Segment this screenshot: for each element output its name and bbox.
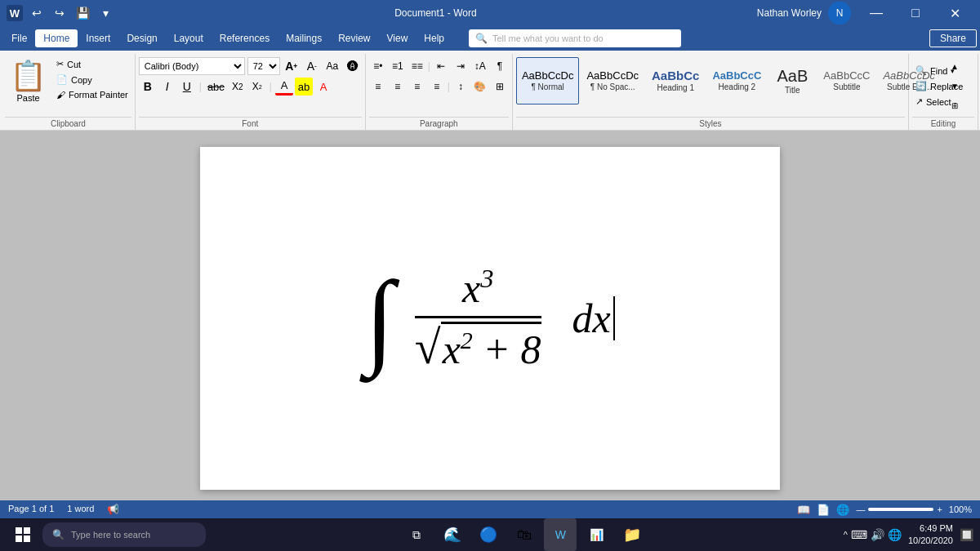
divider1: |	[199, 81, 202, 92]
editing-content: 🔍 Find ▾ 🔄 Replace ↗ Select -	[912, 57, 974, 115]
sqrt-content: x2 + 8	[441, 322, 541, 373]
style-subtitle[interactable]: AaBbCcC Subtitle	[817, 57, 875, 104]
multilevel-button[interactable]: ≡≡	[408, 57, 426, 75]
web-layout-button[interactable]: 🌐	[836, 504, 849, 516]
speaker-icon[interactable]: 🔊	[871, 528, 884, 541]
sort-button[interactable]: ↕A	[471, 57, 489, 75]
superscript-button[interactable]: X2	[248, 78, 266, 96]
cut-button[interactable]: ✂ Cut	[53, 57, 131, 71]
edge-button[interactable]: 🌊	[436, 518, 469, 551]
change-case-button[interactable]: Aa	[323, 57, 341, 75]
zoom-in-icon[interactable]: +	[937, 504, 942, 514]
keyboard-icon[interactable]: ⌨	[851, 528, 867, 541]
paste-button[interactable]: 📋 Paste	[5, 57, 51, 104]
menu-references[interactable]: References	[212, 29, 278, 47]
print-layout-button[interactable]: 📄	[817, 504, 830, 516]
clock[interactable]: 6:49 PM 10/20/2020	[908, 522, 953, 548]
zoom-slider[interactable]	[868, 508, 933, 511]
borders-button[interactable]: ⊞	[491, 78, 509, 96]
menu-home[interactable]: Home	[35, 29, 78, 47]
svg-rect-1	[24, 527, 30, 534]
subscript-button[interactable]: X2	[229, 78, 247, 96]
highlight-button[interactable]: ab	[295, 78, 313, 96]
font-row1: Calibri (Body) 72 A+ A- Aa 🅐	[139, 57, 362, 75]
divider2: |	[270, 81, 272, 92]
bold-button[interactable]: B	[139, 78, 157, 96]
menu-insert[interactable]: Insert	[78, 29, 118, 47]
replace-button[interactable]: 🔄 Replace	[912, 79, 966, 93]
style-title[interactable]: AaB Title	[768, 57, 816, 104]
align-right-button[interactable]: ≡	[408, 78, 426, 96]
line-spacing-button[interactable]: ↕	[452, 78, 470, 96]
username: Nathan Worley	[757, 7, 822, 19]
style-title-label: Title	[785, 86, 800, 95]
shading-button[interactable]: 🎨	[471, 78, 489, 96]
font-grow-button[interactable]: A+	[283, 57, 301, 75]
font-shrink-button[interactable]: A-	[303, 57, 321, 75]
taskbar: 🔍 Type here to search ⧉ 🌊 🔵 🛍 W 📊 📁 ^ ⌨ …	[0, 518, 980, 551]
store-button[interactable]: 🛍	[508, 518, 541, 551]
style-h1-preview: AaBbCc	[652, 69, 699, 82]
avatar[interactable]: N	[828, 2, 851, 24]
menu-file[interactable]: File	[3, 29, 35, 47]
taskbar-search[interactable]: 🔍 Type here to search	[42, 522, 206, 547]
increase-indent-button[interactable]: ⇥	[452, 57, 470, 75]
show-marks-button[interactable]: ¶	[491, 57, 509, 75]
save-quick-button[interactable]: 💾	[74, 4, 91, 22]
clear-format-button[interactable]: 🅐	[344, 57, 362, 75]
style-no-spacing[interactable]: AaBbCcDc ¶ No Spac...	[581, 57, 644, 104]
menu-layout[interactable]: Layout	[166, 29, 212, 47]
menu-mailings[interactable]: Mailings	[278, 29, 330, 47]
select-button[interactable]: ↗ Select -	[912, 95, 960, 109]
style-heading1[interactable]: AaBbCc Heading 1	[646, 57, 705, 104]
select-label: Select -	[926, 97, 956, 107]
find-button[interactable]: 🔍 Find ▾	[912, 64, 958, 78]
word-taskbar-button[interactable]: W	[544, 518, 577, 551]
copy-button[interactable]: 📄 Copy	[53, 73, 131, 87]
network-icon[interactable]: 🌐	[888, 528, 902, 541]
tell-me-search[interactable]: 🔍 Tell me what you want to do	[469, 29, 681, 47]
italic-button[interactable]: I	[158, 78, 176, 96]
zoom-out-icon[interactable]: —	[856, 504, 865, 514]
font-family-select[interactable]: Calibri (Body)	[139, 57, 245, 75]
tray-up-arrow[interactable]: ^	[844, 530, 848, 540]
underline-button[interactable]: U	[178, 78, 196, 96]
justify-button[interactable]: ≡	[428, 78, 446, 96]
undo-button[interactable]: ↩	[28, 4, 46, 22]
font-content: Calibri (Body) 72 A+ A- Aa 🅐 B I U | abc…	[139, 57, 362, 115]
share-button[interactable]: Share	[929, 29, 977, 47]
decrease-indent-button[interactable]: ⇤	[432, 57, 450, 75]
maximize-button[interactable]: □	[897, 0, 934, 26]
document-page[interactable]: ∫ x3 √ x2 + 8 dx	[200, 147, 780, 490]
menu-view[interactable]: View	[379, 29, 416, 47]
align-center-button[interactable]: ≡	[389, 78, 407, 96]
strikethrough-button[interactable]: abc	[205, 78, 227, 96]
text-color-button[interactable]: A	[275, 78, 293, 96]
chrome-button[interactable]: 🔵	[472, 518, 505, 551]
align-left-button[interactable]: ≡	[369, 78, 387, 96]
notification-icon[interactable]: 🔲	[960, 528, 973, 541]
redo-button[interactable]: ↪	[51, 4, 69, 22]
close-button[interactable]: ✕	[936, 0, 973, 26]
start-button[interactable]	[7, 518, 39, 551]
font-color-button[interactable]: A	[314, 78, 332, 96]
replace-label: Replace	[930, 82, 963, 91]
read-mode-button[interactable]: 📖	[797, 504, 810, 516]
explorer-button[interactable]: 📁	[616, 518, 648, 551]
menu-review[interactable]: Review	[330, 29, 378, 47]
style-h1-label: Heading 1	[657, 83, 694, 92]
style-normal[interactable]: AaBbCcDc ¶ Normal	[516, 57, 580, 104]
integral-sign: ∫	[365, 271, 394, 367]
format-painter-button[interactable]: 🖌 Format Painter	[53, 88, 131, 101]
excel-button[interactable]: 📊	[580, 518, 612, 551]
menu-design[interactable]: Design	[118, 29, 165, 47]
customize-qat-button[interactable]: ▾	[96, 4, 114, 22]
minimize-button[interactable]: —	[858, 0, 895, 26]
task-view-button[interactable]: ⧉	[400, 518, 433, 551]
style-heading2[interactable]: AaBbCcC Heading 2	[706, 57, 767, 104]
svg-rect-0	[16, 527, 22, 534]
menu-help[interactable]: Help	[416, 29, 452, 47]
numbering-button[interactable]: ≡1	[389, 57, 407, 75]
font-size-select[interactable]: 72	[247, 57, 280, 75]
bullets-button[interactable]: ≡•	[369, 57, 387, 75]
